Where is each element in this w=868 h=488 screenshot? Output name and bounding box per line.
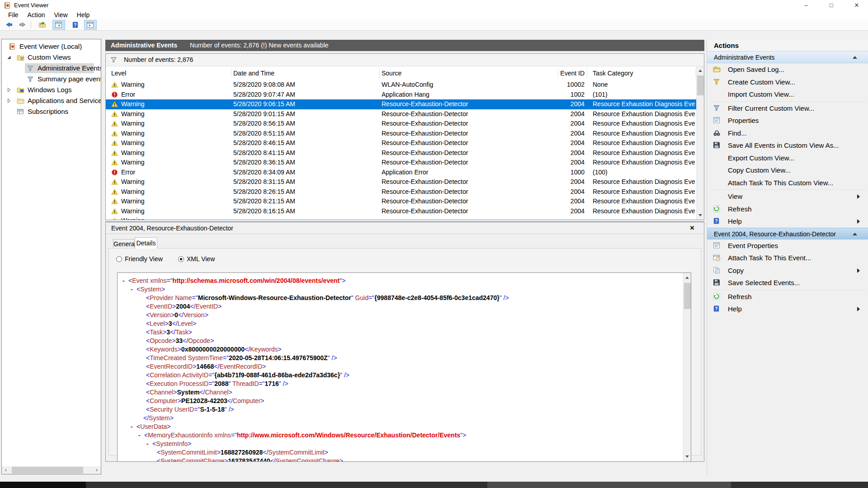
expander-open-icon[interactable] [6,55,12,60]
column-header-date-and-time[interactable]: Date and Time [231,68,380,78]
events-pane-header: Administrative Events Number of events: … [105,40,704,51]
event-row[interactable]: Warning5/28/2020 8:26:15 AMResource-Exha… [106,187,696,197]
event-row[interactable]: Warning5/28/2020 8:56:15 AMResource-Exha… [106,119,696,129]
tree-item-administrative-events[interactable]: Administrative Events [2,63,101,74]
action-save-all-events-in-custom-view-as[interactable]: Save All Events in Custom View As... [707,139,868,152]
column-header-event-id[interactable]: Event ID [558,68,587,78]
collapse-dash-icon[interactable]: - [131,285,137,294]
scrollbar-thumb[interactable] [697,75,704,95]
minimize-button[interactable]: – [796,0,816,11]
action-attach-task-to-this-custom-view[interactable]: Attach Task To This Custom View... [707,177,868,189]
event-row[interactable]: Warning5/28/2020 8:51:15 AMResource-Exha… [106,129,696,139]
event-row[interactable]: Warning5/28/2020 9:06:15 AMResource-Exha… [106,99,696,109]
actions-group-header[interactable]: Administrative Events [707,52,868,63]
tab-general[interactable]: General [113,239,135,248]
menu-help[interactable]: Help [72,11,94,19]
xml-vertical-scrollbar[interactable] [683,273,691,461]
menu-view[interactable]: View [49,11,72,19]
actions-group-header[interactable]: Event 2004, Resource-Exhaustion-Detector [707,228,868,239]
menu-file[interactable]: File [4,11,23,19]
xml-segment: Channel [205,389,228,396]
expander-closed-icon[interactable] [6,98,12,103]
action-export-custom-view[interactable]: Export Custom View... [707,152,868,164]
event-row[interactable]: Warning5/28/2020 8:31:15 AMResource-Exha… [106,177,696,187]
tree-item-applications-and-services-log[interactable]: Applications and Services Log [2,95,101,106]
show-console-tree-button[interactable] [52,20,65,30]
scrollbar-thumb[interactable] [12,467,83,474]
column-header-level[interactable]: Level [106,68,231,78]
submenu-arrow-icon[interactable] [857,268,860,273]
tree-item-windows-logs[interactable]: Windows Logs [2,84,101,95]
xml-segment: Correlation ActivityID [150,371,208,379]
show-action-pane-button[interactable] [84,20,97,30]
expander-closed-icon[interactable] [6,87,12,93]
action-filter-current-custom-view[interactable]: Filter Current Custom View... [707,102,868,115]
collapse-dash-icon[interactable]: - [131,422,137,431]
event-row[interactable]: Warning5/28/2020 9:08:08 AMWLAN-AutoConf… [106,80,696,90]
collapse-arrow-icon[interactable] [853,233,857,235]
event-row[interactable]: Warning5/28/2020 8:36:15 AMResource-Exha… [106,158,696,168]
action-create-custom-view[interactable]: Create Custom View... [707,76,868,89]
action-save-selected-events[interactable]: Save Selected Events... [707,277,868,289]
action-event-properties[interactable]: Event Properties [707,239,868,252]
event-row[interactable]: Warning [106,216,696,220]
action-import-custom-view[interactable]: Import Custom View... [707,88,868,101]
xml-segment: =" [208,380,214,387]
back-button[interactable] [3,20,15,30]
action-help[interactable]: ?Help [707,303,868,315]
xml-segment: < [152,440,156,447]
tree-item-subscriptions[interactable]: Subscriptions [2,106,101,117]
tab-details[interactable]: Details [135,237,157,249]
close-icon[interactable]: ✕ [688,222,697,234]
radio-dot-icon[interactable] [178,256,184,262]
action-refresh[interactable]: Refresh [707,291,868,303]
action-attach-task-to-this-event[interactable]: Attach Task To This Event... [707,252,868,264]
action-help[interactable]: ?Help [707,215,868,228]
close-button[interactable]: ✕ [846,0,867,11]
event-row[interactable]: Warning5/28/2020 8:41:15 AMResource-Exha… [106,148,696,158]
tree-item-custom-views[interactable]: Custom Views [2,52,101,63]
tree-item-event-viewer-local-[interactable]: Event Viewer (Local) [2,41,101,52]
action-view[interactable]: View [707,190,868,203]
events-vertical-scrollbar[interactable] [696,66,704,220]
collapse-arrow-icon[interactable] [853,56,857,59]
taskbar[interactable] [0,482,868,488]
maximize-button[interactable]: □ [821,0,842,11]
tree-horizontal-scrollbar[interactable]: ‹ › [2,466,101,474]
help-button[interactable]: ? [70,20,82,30]
action-properties[interactable]: Properties [707,114,868,127]
scroll-up-icon[interactable] [698,70,702,72]
collapse-dash-icon[interactable]: - [123,277,128,285]
scrollbar-thumb[interactable] [684,283,691,309]
action-refresh[interactable]: Refresh [707,203,868,216]
collapse-dash-icon[interactable]: - [146,440,152,448]
action-copy-custom-view[interactable]: Copy Custom View... [707,164,868,177]
submenu-arrow-icon[interactable] [857,194,860,199]
event-row[interactable]: Warning5/28/2020 8:21:15 AMResource-Exha… [106,197,696,206]
event-row[interactable]: Error5/28/2020 9:07:47 AMApplication Han… [106,90,696,100]
scroll-down-icon[interactable] [685,455,689,458]
forward-button[interactable] [16,20,29,30]
radio-friendly-view[interactable]: Friendly View [116,255,163,263]
scroll-right-icon[interactable]: › [93,466,101,474]
menu-action[interactable]: Action [23,11,50,19]
column-header-task-category[interactable]: Task Category [587,68,696,78]
event-row[interactable]: Warning5/28/2020 8:46:15 AMResource-Exha… [106,138,696,148]
event-row[interactable]: Error5/28/2020 8:34:09 AMApplication Err… [106,168,696,178]
submenu-arrow-icon[interactable] [857,219,860,224]
export-log-button[interactable] [36,20,49,30]
scroll-left-icon[interactable]: ‹ [2,466,10,474]
scroll-down-icon[interactable] [698,214,702,216]
event-row[interactable]: Warning5/28/2020 9:01:15 AMResource-Exha… [106,109,696,119]
radio-xml-view[interactable]: XML View [178,255,215,263]
event-row[interactable]: Warning5/28/2020 8:16:15 AMResource-Exha… [106,206,696,216]
column-header-source[interactable]: Source [380,68,558,78]
action-open-saved-log[interactable]: Open Saved Log... [707,63,868,76]
scroll-up-icon[interactable] [685,277,689,279]
collapse-dash-icon[interactable]: - [138,431,144,440]
radio-dot-icon[interactable] [116,256,122,262]
action-copy[interactable]: Copy [707,264,868,277]
tree-item-summary-page-events[interactable]: Summary page events [2,74,101,84]
submenu-arrow-icon[interactable] [857,307,860,311]
action-find[interactable]: Find... [707,127,868,140]
